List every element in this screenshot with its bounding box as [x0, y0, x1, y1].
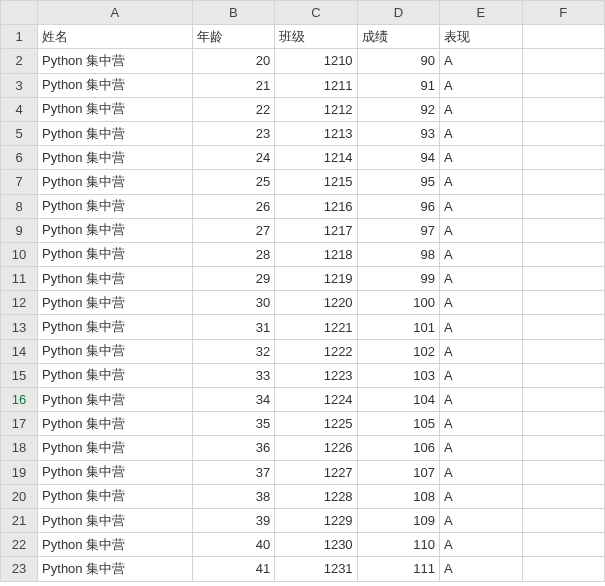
- row-header-8[interactable]: 8: [1, 194, 38, 218]
- cell-B9[interactable]: 27: [192, 218, 274, 242]
- cell-F19[interactable]: [522, 460, 605, 484]
- cell-C13[interactable]: 1221: [275, 315, 357, 339]
- cell-D15[interactable]: 103: [357, 363, 439, 387]
- cell-E21[interactable]: A: [440, 508, 522, 532]
- cell-E1[interactable]: 表现: [440, 25, 522, 49]
- cell-C2[interactable]: 1210: [275, 49, 357, 73]
- row-header-1[interactable]: 1: [1, 25, 38, 49]
- cell-F17[interactable]: [522, 412, 605, 436]
- cell-D22[interactable]: 110: [357, 533, 439, 557]
- cell-B10[interactable]: 28: [192, 242, 274, 266]
- cell-B1[interactable]: 年龄: [192, 25, 274, 49]
- cell-D1[interactable]: 成绩: [357, 25, 439, 49]
- cell-F13[interactable]: [522, 315, 605, 339]
- row-header-23[interactable]: 23: [1, 557, 38, 581]
- cell-A21[interactable]: Python 集中营: [38, 508, 193, 532]
- cell-A19[interactable]: Python 集中营: [38, 460, 193, 484]
- cell-A4[interactable]: Python 集中营: [38, 97, 193, 121]
- cell-F2[interactable]: [522, 49, 605, 73]
- cell-D9[interactable]: 97: [357, 218, 439, 242]
- cell-D19[interactable]: 107: [357, 460, 439, 484]
- cell-D11[interactable]: 99: [357, 267, 439, 291]
- cell-A7[interactable]: Python 集中营: [38, 170, 193, 194]
- cell-A18[interactable]: Python 集中营: [38, 436, 193, 460]
- row-header-22[interactable]: 22: [1, 533, 38, 557]
- col-header-D[interactable]: D: [357, 1, 439, 25]
- cell-C7[interactable]: 1215: [275, 170, 357, 194]
- row-header-20[interactable]: 20: [1, 484, 38, 508]
- cell-D20[interactable]: 108: [357, 484, 439, 508]
- row-header-17[interactable]: 17: [1, 412, 38, 436]
- cell-A6[interactable]: Python 集中营: [38, 146, 193, 170]
- row-header-4[interactable]: 4: [1, 97, 38, 121]
- cell-D7[interactable]: 95: [357, 170, 439, 194]
- cell-A23[interactable]: Python 集中营: [38, 557, 193, 581]
- col-header-A[interactable]: A: [38, 1, 193, 25]
- cell-A10[interactable]: Python 集中营: [38, 242, 193, 266]
- cell-B21[interactable]: 39: [192, 508, 274, 532]
- cell-C22[interactable]: 1230: [275, 533, 357, 557]
- cell-E15[interactable]: A: [440, 363, 522, 387]
- cell-F22[interactable]: [522, 533, 605, 557]
- select-all-corner[interactable]: [1, 1, 38, 25]
- cell-D2[interactable]: 90: [357, 49, 439, 73]
- cell-E8[interactable]: A: [440, 194, 522, 218]
- cell-A17[interactable]: Python 集中营: [38, 412, 193, 436]
- cell-A1[interactable]: 姓名: [38, 25, 193, 49]
- cell-A20[interactable]: Python 集中营: [38, 484, 193, 508]
- cell-A13[interactable]: Python 集中营: [38, 315, 193, 339]
- cell-F6[interactable]: [522, 146, 605, 170]
- cell-F21[interactable]: [522, 508, 605, 532]
- cell-B16[interactable]: 34: [192, 388, 274, 412]
- cell-A5[interactable]: Python 集中营: [38, 121, 193, 145]
- cell-C6[interactable]: 1214: [275, 146, 357, 170]
- cell-A3[interactable]: Python 集中营: [38, 73, 193, 97]
- cell-D21[interactable]: 109: [357, 508, 439, 532]
- cell-D14[interactable]: 102: [357, 339, 439, 363]
- cell-E12[interactable]: A: [440, 291, 522, 315]
- cell-E4[interactable]: A: [440, 97, 522, 121]
- cell-D17[interactable]: 105: [357, 412, 439, 436]
- cell-B23[interactable]: 41: [192, 557, 274, 581]
- cell-B6[interactable]: 24: [192, 146, 274, 170]
- cell-F7[interactable]: [522, 170, 605, 194]
- cell-B18[interactable]: 36: [192, 436, 274, 460]
- cell-E16[interactable]: A: [440, 388, 522, 412]
- cell-C12[interactable]: 1220: [275, 291, 357, 315]
- cell-F10[interactable]: [522, 242, 605, 266]
- cell-D5[interactable]: 93: [357, 121, 439, 145]
- cell-A22[interactable]: Python 集中营: [38, 533, 193, 557]
- cell-B3[interactable]: 21: [192, 73, 274, 97]
- cell-D6[interactable]: 94: [357, 146, 439, 170]
- cell-C20[interactable]: 1228: [275, 484, 357, 508]
- cell-F18[interactable]: [522, 436, 605, 460]
- row-header-15[interactable]: 15: [1, 363, 38, 387]
- cell-D13[interactable]: 101: [357, 315, 439, 339]
- cell-F4[interactable]: [522, 97, 605, 121]
- cell-B11[interactable]: 29: [192, 267, 274, 291]
- row-header-6[interactable]: 6: [1, 146, 38, 170]
- cell-E10[interactable]: A: [440, 242, 522, 266]
- cell-B5[interactable]: 23: [192, 121, 274, 145]
- col-header-C[interactable]: C: [275, 1, 357, 25]
- cell-E6[interactable]: A: [440, 146, 522, 170]
- cell-A8[interactable]: Python 集中营: [38, 194, 193, 218]
- cell-A16[interactable]: Python 集中营: [38, 388, 193, 412]
- cell-F20[interactable]: [522, 484, 605, 508]
- cell-A12[interactable]: Python 集中营: [38, 291, 193, 315]
- cell-E17[interactable]: A: [440, 412, 522, 436]
- cell-B20[interactable]: 38: [192, 484, 274, 508]
- cell-D10[interactable]: 98: [357, 242, 439, 266]
- cell-A15[interactable]: Python 集中营: [38, 363, 193, 387]
- cell-B17[interactable]: 35: [192, 412, 274, 436]
- row-header-18[interactable]: 18: [1, 436, 38, 460]
- cell-E9[interactable]: A: [440, 218, 522, 242]
- cell-E13[interactable]: A: [440, 315, 522, 339]
- cell-F23[interactable]: [522, 557, 605, 581]
- cell-C10[interactable]: 1218: [275, 242, 357, 266]
- cell-F1[interactable]: [522, 25, 605, 49]
- cell-D16[interactable]: 104: [357, 388, 439, 412]
- cell-C11[interactable]: 1219: [275, 267, 357, 291]
- cell-C4[interactable]: 1212: [275, 97, 357, 121]
- cell-F11[interactable]: [522, 267, 605, 291]
